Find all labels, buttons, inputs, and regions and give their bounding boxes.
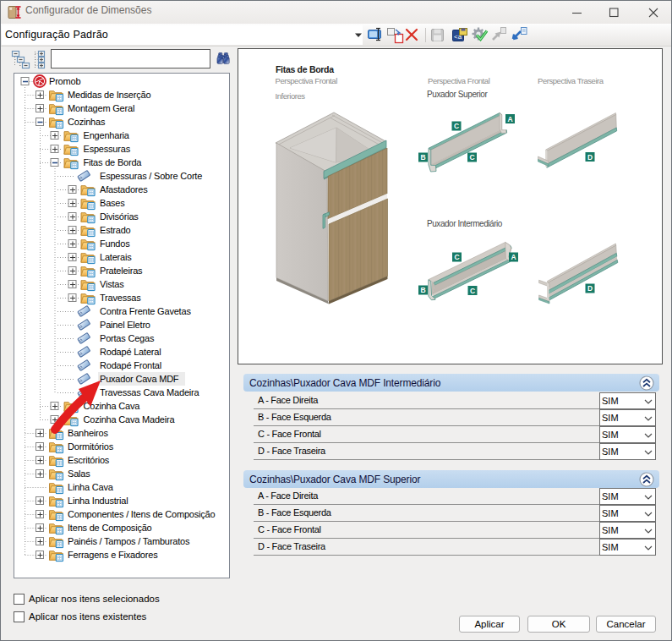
svg-text:D: D	[587, 153, 593, 162]
svg-text:Perspectiva Frontal: Perspectiva Frontal	[428, 76, 490, 85]
svg-text:B: B	[420, 153, 425, 162]
svg-text:Contra Frente Gavetas: Contra Frente Gavetas	[100, 306, 191, 316]
svg-text:Itens de Composição: Itens de Composição	[68, 523, 152, 533]
svg-text:Salas: Salas	[68, 468, 90, 479]
svg-text:Componentes / Itens de Composi: Componentes / Itens de Composição	[68, 509, 215, 519]
svg-text:Puxador Superior: Puxador Superior	[427, 90, 488, 99]
svg-text:Promob: Promob	[49, 76, 80, 86]
svg-text:A: A	[511, 253, 516, 261]
svg-text:Travessas: Travessas	[100, 293, 141, 303]
svg-text:Estrado: Estrado	[100, 225, 131, 235]
svg-text:Perspectiva Traseira: Perspectiva Traseira	[538, 76, 604, 85]
svg-text:Escritórios: Escritórios	[68, 455, 110, 465]
svg-text:Fundos: Fundos	[100, 238, 130, 249]
svg-text:Montagem Geral: Montagem Geral	[68, 103, 134, 113]
svg-text:Ferragens e Fixadores: Ferragens e Fixadores	[68, 550, 158, 560]
svg-text:Espessuras / Sobre Corte: Espessuras / Sobre Corte	[100, 171, 202, 181]
svg-text:Medidas de Inserção: Medidas de Inserção	[68, 90, 150, 100]
svg-text:Laterais: Laterais	[100, 252, 132, 262]
svg-text:Vistas: Vistas	[100, 279, 124, 289]
svg-text:Prateleiras: Prateleiras	[100, 266, 143, 276]
svg-text:Divisórias: Divisórias	[100, 211, 139, 222]
svg-text:Linha Cava: Linha Cava	[68, 482, 114, 492]
svg-text:Bases: Bases	[100, 198, 125, 208]
svg-text:D: D	[587, 284, 593, 293]
svg-text:Engenharia: Engenharia	[84, 130, 130, 140]
svg-text:Portas Cegas: Portas Cegas	[100, 333, 155, 343]
svg-text:Afastadores: Afastadores	[100, 184, 148, 194]
svg-text:Cozinhas: Cozinhas	[68, 117, 106, 127]
svg-text:Inferiores: Inferiores	[276, 91, 306, 101]
svg-text:C: C	[454, 253, 459, 261]
svg-text:Painel Eletro: Painel Eletro	[100, 320, 150, 330]
svg-text:Rodapé Lateral: Rodapé Lateral	[100, 347, 161, 357]
svg-text:Fitas de Borda: Fitas de Borda	[276, 64, 334, 74]
svg-text:Perspectiva Frontal: Perspectiva Frontal	[276, 76, 338, 85]
svg-text:C: C	[470, 287, 475, 295]
svg-text:Linha Industrial: Linha Industrial	[68, 496, 128, 506]
svg-text:Painéis / Tampos / Tamburatos: Painéis / Tampos / Tamburatos	[68, 536, 190, 546]
svg-text:B: B	[420, 286, 425, 294]
svg-text:C: C	[469, 153, 474, 162]
svg-text:C: C	[454, 122, 459, 130]
svg-text:Fitas de Borda: Fitas de Borda	[84, 157, 143, 167]
svg-text:A: A	[507, 115, 512, 123]
svg-text:Puxador Intermediário: Puxador Intermediário	[427, 219, 503, 228]
svg-text:Espessuras: Espessuras	[84, 144, 131, 154]
